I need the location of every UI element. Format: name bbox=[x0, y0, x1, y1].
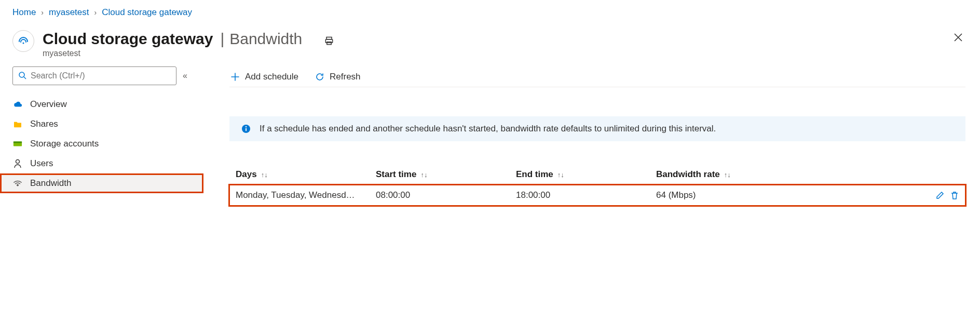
cell-end-time: 18:00:00 bbox=[516, 190, 656, 200]
sort-icon: ↑↓ bbox=[557, 171, 564, 179]
sidebar-nav: Overview Shares Storage accounts Users bbox=[0, 95, 203, 193]
wifi-icon bbox=[12, 180, 23, 187]
svg-point-8 bbox=[17, 184, 19, 186]
sidebar-item-label: Overview bbox=[30, 99, 67, 110]
plus-icon bbox=[230, 72, 240, 82]
info-banner-text: If a schedule has ended and another sche… bbox=[260, 124, 716, 134]
info-icon bbox=[241, 124, 251, 134]
refresh-icon bbox=[315, 72, 324, 82]
cell-bandwidth-rate: 64 (Mbps) bbox=[656, 190, 918, 200]
page-subtitle: myasetest bbox=[43, 49, 334, 58]
folder-icon bbox=[12, 120, 23, 128]
table-header: Days ↑↓ Start time ↑↓ End time ↑↓ Bandwi… bbox=[229, 164, 965, 185]
sidebar: « Overview Shares Storage accounts bbox=[12, 62, 203, 206]
breadcrumb: Home › myasetest › Cloud storage gateway bbox=[0, 0, 980, 21]
page-header: Cloud storage gateway | Bandwidth myaset… bbox=[0, 21, 980, 62]
cloud-icon bbox=[12, 101, 23, 108]
sidebar-item-label: Shares bbox=[30, 119, 58, 129]
sidebar-item-label: Storage accounts bbox=[30, 139, 99, 149]
svg-rect-3 bbox=[327, 42, 331, 45]
column-header-bandwidth-rate[interactable]: Bandwidth rate ↑↓ bbox=[656, 169, 918, 180]
sidebar-item-bandwidth[interactable]: Bandwidth bbox=[0, 173, 203, 193]
schedule-table: Days ↑↓ Start time ↑↓ End time ↑↓ Bandwi… bbox=[229, 164, 965, 206]
edit-button[interactable] bbox=[935, 191, 945, 200]
svg-point-11 bbox=[246, 126, 247, 127]
sort-icon: ↑↓ bbox=[724, 171, 731, 179]
breadcrumb-page[interactable]: Cloud storage gateway bbox=[102, 7, 192, 18]
delete-button[interactable] bbox=[950, 191, 959, 200]
refresh-label: Refresh bbox=[330, 72, 361, 82]
print-icon[interactable] bbox=[324, 36, 334, 46]
breadcrumb-home[interactable]: Home bbox=[12, 7, 36, 18]
column-label: Bandwidth rate bbox=[656, 169, 720, 180]
sort-icon: ↑↓ bbox=[261, 171, 268, 179]
table-row[interactable]: Monday, Tuesday, Wednesd… 08:00:00 18:00… bbox=[229, 185, 965, 206]
chevron-right-icon: › bbox=[41, 8, 44, 17]
title-separator: | bbox=[216, 30, 226, 48]
close-button[interactable] bbox=[951, 30, 965, 45]
column-header-days[interactable]: Days ↑↓ bbox=[236, 169, 376, 180]
sidebar-item-label: Users bbox=[30, 158, 53, 169]
column-label: End time bbox=[516, 169, 553, 180]
page-title: Cloud storage gateway bbox=[43, 30, 213, 48]
svg-point-7 bbox=[16, 160, 20, 164]
svg-rect-6 bbox=[13, 142, 22, 143]
refresh-button[interactable]: Refresh bbox=[314, 70, 362, 84]
collapse-sidebar-button[interactable]: « bbox=[183, 71, 187, 80]
storage-icon bbox=[12, 140, 23, 147]
gateway-icon bbox=[12, 30, 34, 52]
svg-point-4 bbox=[19, 72, 24, 77]
svg-rect-10 bbox=[246, 128, 247, 131]
info-banner: If a schedule has ended and another sche… bbox=[229, 116, 965, 141]
sidebar-item-label: Bandwidth bbox=[30, 178, 71, 189]
column-label: Start time bbox=[376, 169, 416, 180]
toolbar: Add schedule Refresh bbox=[229, 66, 965, 87]
svg-point-0 bbox=[23, 43, 24, 44]
sidebar-item-users[interactable]: Users bbox=[0, 154, 203, 173]
sidebar-item-shares[interactable]: Shares bbox=[0, 114, 203, 134]
page-section: Bandwidth bbox=[229, 30, 302, 48]
cell-days: Monday, Tuesday, Wednesd… bbox=[236, 190, 376, 200]
column-header-start-time[interactable]: Start time ↑↓ bbox=[376, 169, 516, 180]
search-input[interactable] bbox=[31, 71, 171, 80]
content-area: Add schedule Refresh If a schedule has e… bbox=[203, 62, 980, 206]
add-schedule-button[interactable]: Add schedule bbox=[229, 70, 300, 84]
breadcrumb-resource[interactable]: myasetest bbox=[49, 7, 89, 18]
sort-icon: ↑↓ bbox=[420, 171, 427, 179]
column-label: Days bbox=[236, 169, 257, 180]
sidebar-item-overview[interactable]: Overview bbox=[0, 95, 203, 114]
add-schedule-label: Add schedule bbox=[245, 72, 298, 82]
sidebar-item-storage-accounts[interactable]: Storage accounts bbox=[0, 134, 203, 154]
search-icon bbox=[18, 71, 26, 81]
chevron-right-icon: › bbox=[94, 8, 97, 17]
column-header-end-time[interactable]: End time ↑↓ bbox=[516, 169, 656, 180]
search-box[interactable] bbox=[12, 66, 176, 85]
cell-start-time: 08:00:00 bbox=[376, 190, 516, 200]
person-icon bbox=[12, 159, 23, 168]
